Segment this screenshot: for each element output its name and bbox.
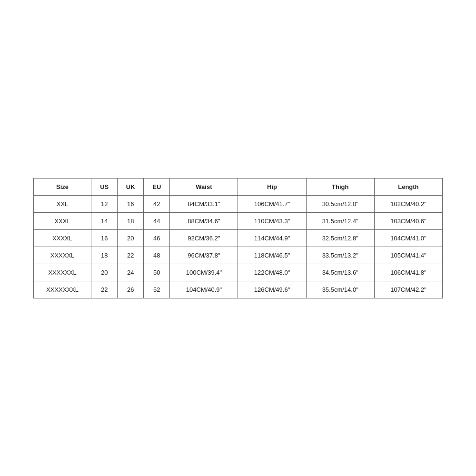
- size-chart-table: Size US UK EU Waist Hip Thigh Length XXL…: [33, 178, 443, 298]
- cell-uk: 16: [118, 195, 144, 212]
- cell-size: XXXXL: [34, 229, 91, 247]
- cell-eu: 52: [144, 281, 170, 298]
- cell-eu: 48: [144, 247, 170, 264]
- cell-thigh: 32.5cm/12.8": [306, 229, 374, 247]
- table-row: XXXXXXL202450100CM/39.4"122CM/48.0"34.5c…: [34, 264, 443, 281]
- cell-waist: 84CM/33.1": [170, 195, 238, 212]
- cell-size: XXXL: [34, 212, 91, 229]
- cell-hip: 118CM/46.5": [238, 247, 306, 264]
- cell-uk: 20: [118, 229, 144, 247]
- cell-hip: 114CM/44.9": [238, 229, 306, 247]
- table-row: XXXXXL18224896CM/37.8"118CM/46.5"33.5cm/…: [34, 247, 443, 264]
- table-row: XXXXL16204692CM/36.2"114CM/44.9"32.5cm/1…: [34, 229, 443, 247]
- header-thigh: Thigh: [306, 178, 374, 195]
- table-row: XXXL14184488CM/34.6"110CM/43.3"31.5cm/12…: [34, 212, 443, 229]
- cell-thigh: 30.5cm/12.0": [306, 195, 374, 212]
- cell-us: 14: [91, 212, 118, 229]
- cell-us: 16: [91, 229, 118, 247]
- header-length: Length: [374, 178, 442, 195]
- cell-uk: 24: [118, 264, 144, 281]
- header-uk: UK: [118, 178, 144, 195]
- cell-us: 12: [91, 195, 118, 212]
- cell-length: 105CM/41.4": [374, 247, 442, 264]
- cell-waist: 104CM/40.9": [170, 281, 238, 298]
- cell-waist: 92CM/36.2": [170, 229, 238, 247]
- cell-size: XXXXXXXL: [34, 281, 91, 298]
- cell-waist: 100CM/39.4": [170, 264, 238, 281]
- cell-hip: 126CM/49.6": [238, 281, 306, 298]
- cell-us: 22: [91, 281, 118, 298]
- cell-thigh: 33.5cm/13.2": [306, 247, 374, 264]
- cell-thigh: 35.5cm/14.0": [306, 281, 374, 298]
- header-size: Size: [34, 178, 91, 195]
- cell-us: 18: [91, 247, 118, 264]
- cell-eu: 46: [144, 229, 170, 247]
- table-row: XXL12164284CM/33.1"106CM/41.7"30.5cm/12.…: [34, 195, 443, 212]
- cell-hip: 110CM/43.3": [238, 212, 306, 229]
- cell-uk: 18: [118, 212, 144, 229]
- table-body: XXL12164284CM/33.1"106CM/41.7"30.5cm/12.…: [34, 195, 443, 298]
- cell-size: XXL: [34, 195, 91, 212]
- cell-eu: 42: [144, 195, 170, 212]
- cell-thigh: 34.5cm/13.6": [306, 264, 374, 281]
- cell-waist: 88CM/34.6": [170, 212, 238, 229]
- cell-length: 104CM/41.0": [374, 229, 442, 247]
- cell-length: 106CM/41.8": [374, 264, 442, 281]
- cell-waist: 96CM/37.8": [170, 247, 238, 264]
- cell-us: 20: [91, 264, 118, 281]
- header-waist: Waist: [170, 178, 238, 195]
- header-eu: EU: [144, 178, 170, 195]
- header-hip: Hip: [238, 178, 306, 195]
- table-header-row: Size US UK EU Waist Hip Thigh Length: [34, 178, 443, 195]
- size-chart-container: Size US UK EU Waist Hip Thigh Length XXL…: [33, 178, 443, 298]
- cell-eu: 44: [144, 212, 170, 229]
- cell-length: 103CM/40.6": [374, 212, 442, 229]
- table-row: XXXXXXXL222652104CM/40.9"126CM/49.6"35.5…: [34, 281, 443, 298]
- cell-uk: 22: [118, 247, 144, 264]
- cell-hip: 122CM/48.0": [238, 264, 306, 281]
- cell-hip: 106CM/41.7": [238, 195, 306, 212]
- cell-uk: 26: [118, 281, 144, 298]
- cell-thigh: 31.5cm/12.4": [306, 212, 374, 229]
- cell-size: XXXXXL: [34, 247, 91, 264]
- cell-size: XXXXXXL: [34, 264, 91, 281]
- header-us: US: [91, 178, 118, 195]
- cell-length: 107CM/42.2": [374, 281, 442, 298]
- cell-length: 102CM/40.2": [374, 195, 442, 212]
- cell-eu: 50: [144, 264, 170, 281]
